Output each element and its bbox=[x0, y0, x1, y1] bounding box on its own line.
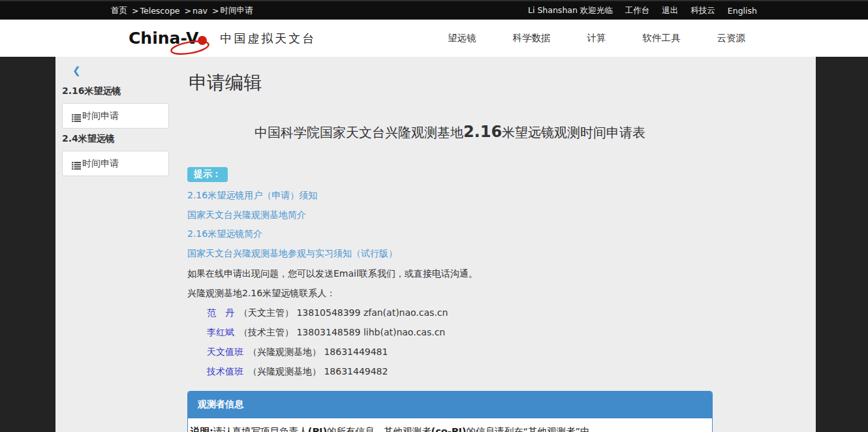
nav-software-tools[interactable]: 软件工具 bbox=[643, 32, 681, 44]
list-icon bbox=[72, 112, 81, 120]
contact-detail: （兴隆观测基地） 18631449481 bbox=[248, 347, 388, 357]
brand-logo-dot-icon bbox=[198, 36, 207, 45]
sidebar-item-label: 时间申请 bbox=[82, 110, 119, 122]
english-link[interactable]: English bbox=[728, 6, 757, 16]
observer-info-panel: 观测者信息 说明:请认真填写项目负责人(PI)的所有信息，其他观测者(co-PI… bbox=[187, 391, 713, 432]
tip-badge: 提示： bbox=[187, 167, 228, 182]
content-wrapper: ❮ 2.16米望远镜 时间申请 2.4米望远镜 bbox=[55, 57, 816, 432]
note-copi: (co-PI) bbox=[431, 426, 467, 432]
breadcrumb-separator: > bbox=[132, 6, 138, 16]
contact-detail: （技术主管） 13803148589 lihb(at)nao.cas.cn bbox=[239, 327, 445, 337]
welcome-text: Li Shanshan 欢迎光临 bbox=[528, 5, 613, 16]
workbench-link[interactable]: 工作台 bbox=[625, 5, 650, 16]
panel-title: 观测者信息 bbox=[188, 392, 712, 418]
form-title-aperture: 2.16 bbox=[463, 123, 502, 141]
brand-chinese-name: 中国虚拟天文台 bbox=[220, 31, 316, 46]
contact-link-li-hongbin[interactable]: 李红斌 bbox=[207, 327, 234, 337]
sidebar-section-title-24: 2.4米望远镜 bbox=[62, 133, 170, 145]
main-content: 申请编辑 中国科学院国家天文台兴隆观测基地2.16米望远镜观测时间申请表 提示：… bbox=[187, 57, 713, 432]
back-chevron-icon[interactable]: ❮ bbox=[72, 65, 81, 76]
contacts-heading: 兴隆观测基地2.16米望远镜联系人： bbox=[187, 283, 713, 303]
notice-link-telescope-intro[interactable]: 2.16米望远镜简介 bbox=[187, 224, 713, 244]
contact-link-tech-duty[interactable]: 技术值班 bbox=[207, 366, 243, 377]
breadcrumb: 首页 > Telescope > nav > 时间申请 bbox=[111, 5, 253, 16]
sidebar-item-label: 时间申请 bbox=[82, 158, 119, 170]
page-background: ❮ 2.16米望远镜 时间申请 2.4米望远镜 bbox=[0, 57, 868, 432]
breadcrumb-nav[interactable]: nav bbox=[193, 6, 208, 16]
nav-science-data[interactable]: 科学数据 bbox=[513, 32, 551, 44]
site-header: China-V 中国虚拟天文台 望远镜 科学数据 计算 软件工具 云资源 bbox=[0, 20, 868, 57]
breadcrumb-separator: > bbox=[212, 6, 219, 16]
note-label: 说明: bbox=[191, 426, 213, 432]
notice-link-user-guide[interactable]: 2.16米望远镜用户（申请）须知 bbox=[187, 186, 713, 206]
note-text: 的信息请列在“其他观测者”中。 bbox=[466, 426, 599, 432]
notice-link-visit-guide[interactable]: 国家天文台兴隆观测基地参观与实习须知（试行版） bbox=[187, 244, 713, 264]
help-paragraph: 如果在线申请出现问题，您可以发送Email联系我们，或直接电话沟通。 bbox=[187, 264, 713, 283]
breadcrumb-time-application[interactable]: 时间申请 bbox=[220, 5, 253, 16]
form-title: 中国科学院国家天文台兴隆观测基地2.16米望远镜观测时间申请表 bbox=[187, 123, 713, 142]
note-pi: (PI) bbox=[308, 426, 327, 432]
form-title-suffix: 米望远镜观测时间申请表 bbox=[502, 125, 645, 140]
nav-cloud-resources[interactable]: 云资源 bbox=[717, 32, 746, 44]
contact-row: 范 丹（天文主管） 13810548399 zfan(at)nao.cas.cn bbox=[187, 303, 713, 322]
sidebar: ❮ 2.16米望远镜 时间申请 2.4米望远镜 bbox=[55, 57, 170, 432]
contact-detail: （兴隆观测基地） 18631449482 bbox=[248, 366, 388, 377]
breadcrumb-separator: > bbox=[185, 6, 191, 16]
brand-logo[interactable]: China-V 中国虚拟天文台 bbox=[129, 29, 316, 48]
note-text: 请认真填写项目负责人 bbox=[213, 426, 308, 432]
contact-row: 技术值班（兴隆观测基地） 18631449482 bbox=[187, 362, 713, 381]
breadcrumb-telescope[interactable]: Telescope bbox=[140, 6, 179, 16]
brand-logo-text: China-V bbox=[129, 29, 198, 48]
page-title: 申请编辑 bbox=[189, 70, 713, 95]
panel-note: 说明:请认真填写项目负责人(PI)的所有信息，其他观测者(co-PI)的信息请列… bbox=[188, 418, 712, 432]
breadcrumb-home[interactable]: 首页 bbox=[111, 5, 127, 16]
sidebar-item-time-application-216[interactable]: 时间申请 bbox=[62, 103, 169, 129]
contact-row: 李红斌（技术主管） 13803148589 lihb(at)nao.cas.cn bbox=[187, 322, 713, 342]
contact-link-fan-dan[interactable]: 范 丹 bbox=[207, 307, 234, 318]
notice-link-station-intro[interactable]: 国家天文台兴隆观测基地简介 bbox=[187, 206, 713, 225]
top-utility-bar: 首页 > Telescope > nav > 时间申请 Li Shanshan … bbox=[0, 0, 868, 20]
contact-detail: （天文主管） 13810548399 zfan(at)nao.cas.cn bbox=[239, 307, 448, 318]
form-title-prefix: 中国科学院国家天文台兴隆观测基地 bbox=[255, 125, 463, 140]
main-nav: 望远镜 科学数据 计算 软件工具 云资源 bbox=[448, 32, 757, 44]
nav-computing[interactable]: 计算 bbox=[587, 32, 606, 44]
list-icon bbox=[72, 160, 81, 168]
sidebar-section-title-216: 2.16米望远镜 bbox=[62, 85, 170, 97]
science-cloud-link[interactable]: 科技云 bbox=[690, 5, 715, 16]
logout-link[interactable]: 退出 bbox=[662, 5, 678, 16]
sidebar-item-time-application-24[interactable]: 时间申请 bbox=[62, 151, 169, 176]
contact-row: 天文值班（兴隆观测基地） 18631449481 bbox=[187, 342, 713, 362]
note-text: 的所有信息，其他观测者 bbox=[327, 426, 431, 432]
topbar-user-area: Li Shanshan 欢迎光临 工作台 退出 科技云 English bbox=[528, 5, 757, 16]
contact-link-astro-duty[interactable]: 天文值班 bbox=[207, 347, 243, 357]
nav-telescope[interactable]: 望远镜 bbox=[448, 32, 476, 44]
